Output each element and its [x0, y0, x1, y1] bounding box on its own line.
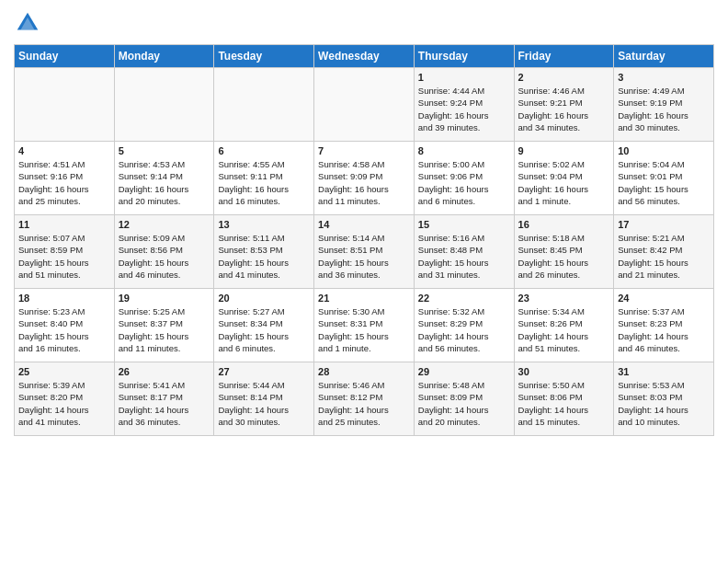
day-info: Sunrise: 5:23 AM Sunset: 8:40 PM Dayligh… [18, 305, 110, 354]
day-cell: 3Sunrise: 4:49 AM Sunset: 9:19 PM Daylig… [614, 68, 714, 142]
day-info: Sunrise: 4:44 AM Sunset: 9:24 PM Dayligh… [418, 85, 510, 133]
day-info: Sunrise: 5:07 AM Sunset: 8:59 PM Dayligh… [18, 232, 110, 281]
logo [14, 9, 45, 37]
day-number: 29 [418, 366, 510, 377]
day-number: 23 [518, 293, 610, 304]
day-cell: 26Sunrise: 5:41 AM Sunset: 8:17 PM Dayli… [114, 362, 214, 436]
day-number: 1 [418, 72, 510, 83]
col-header-saturday: Saturday [614, 45, 714, 68]
col-header-friday: Friday [514, 45, 614, 68]
day-info: Sunrise: 5:41 AM Sunset: 8:17 PM Dayligh… [119, 379, 210, 428]
day-cell: 18Sunrise: 5:23 AM Sunset: 8:40 PM Dayli… [15, 289, 115, 362]
day-cell [114, 68, 214, 142]
day-info: Sunrise: 5:53 AM Sunset: 8:03 PM Dayligh… [618, 379, 710, 428]
col-header-tuesday: Tuesday [214, 45, 314, 68]
day-number: 16 [518, 219, 610, 230]
day-number: 12 [119, 219, 210, 230]
day-cell: 19Sunrise: 5:25 AM Sunset: 8:37 PM Dayli… [114, 289, 214, 362]
day-cell [214, 68, 314, 142]
header [14, 9, 714, 37]
day-number: 4 [18, 145, 110, 156]
day-info: Sunrise: 4:55 AM Sunset: 9:11 PM Dayligh… [218, 158, 310, 207]
logo-icon [14, 9, 41, 37]
day-info: Sunrise: 5:09 AM Sunset: 8:56 PM Dayligh… [119, 232, 210, 281]
day-cell: 13Sunrise: 5:11 AM Sunset: 8:53 PM Dayli… [214, 215, 314, 289]
day-number: 5 [119, 145, 210, 156]
day-info: Sunrise: 5:11 AM Sunset: 8:53 PM Dayligh… [218, 232, 310, 281]
page: SundayMondayTuesdayWednesdayThursdayFrid… [0, 0, 728, 563]
day-info: Sunrise: 5:30 AM Sunset: 8:31 PM Dayligh… [318, 305, 410, 354]
day-cell: 15Sunrise: 5:16 AM Sunset: 8:48 PM Dayli… [414, 215, 514, 289]
day-cell: 27Sunrise: 5:44 AM Sunset: 8:14 PM Dayli… [214, 362, 314, 436]
day-cell: 24Sunrise: 5:37 AM Sunset: 8:23 PM Dayli… [614, 289, 714, 362]
day-number: 15 [418, 219, 510, 230]
col-header-sunday: Sunday [15, 45, 115, 68]
day-info: Sunrise: 4:49 AM Sunset: 9:19 PM Dayligh… [618, 85, 710, 133]
col-header-monday: Monday [114, 45, 214, 68]
day-number: 22 [418, 293, 510, 304]
day-cell: 31Sunrise: 5:53 AM Sunset: 8:03 PM Dayli… [614, 362, 714, 436]
day-cell: 21Sunrise: 5:30 AM Sunset: 8:31 PM Dayli… [314, 289, 415, 362]
day-cell: 10Sunrise: 5:04 AM Sunset: 9:01 PM Dayli… [614, 142, 714, 215]
day-info: Sunrise: 5:02 AM Sunset: 9:04 PM Dayligh… [518, 158, 610, 207]
day-number: 2 [518, 72, 610, 83]
day-info: Sunrise: 5:25 AM Sunset: 8:37 PM Dayligh… [119, 305, 210, 354]
day-number: 11 [18, 219, 110, 230]
week-row-3: 11Sunrise: 5:07 AM Sunset: 8:59 PM Dayli… [15, 215, 714, 289]
day-info: Sunrise: 5:00 AM Sunset: 9:06 PM Dayligh… [418, 158, 510, 207]
col-header-wednesday: Wednesday [314, 45, 415, 68]
day-info: Sunrise: 5:34 AM Sunset: 8:26 PM Dayligh… [518, 305, 610, 354]
day-number: 25 [18, 366, 110, 377]
week-row-2: 4Sunrise: 4:51 AM Sunset: 9:16 PM Daylig… [15, 142, 714, 215]
week-row-1: 1Sunrise: 4:44 AM Sunset: 9:24 PM Daylig… [15, 68, 714, 142]
day-info: Sunrise: 5:27 AM Sunset: 8:34 PM Dayligh… [218, 305, 310, 354]
day-number: 10 [618, 145, 710, 156]
day-info: Sunrise: 4:53 AM Sunset: 9:14 PM Dayligh… [119, 158, 210, 207]
day-number: 21 [318, 293, 410, 304]
day-cell: 4Sunrise: 4:51 AM Sunset: 9:16 PM Daylig… [15, 142, 115, 215]
day-cell: 28Sunrise: 5:46 AM Sunset: 8:12 PM Dayli… [314, 362, 415, 436]
day-info: Sunrise: 5:44 AM Sunset: 8:14 PM Dayligh… [218, 379, 310, 428]
day-number: 13 [218, 219, 310, 230]
day-cell: 5Sunrise: 4:53 AM Sunset: 9:14 PM Daylig… [114, 142, 214, 215]
day-info: Sunrise: 5:18 AM Sunset: 8:45 PM Dayligh… [518, 232, 610, 281]
week-row-5: 25Sunrise: 5:39 AM Sunset: 8:20 PM Dayli… [15, 362, 714, 436]
day-cell: 23Sunrise: 5:34 AM Sunset: 8:26 PM Dayli… [514, 289, 614, 362]
day-cell: 9Sunrise: 5:02 AM Sunset: 9:04 PM Daylig… [514, 142, 614, 215]
day-number: 28 [318, 366, 410, 377]
day-cell: 16Sunrise: 5:18 AM Sunset: 8:45 PM Dayli… [514, 215, 614, 289]
day-info: Sunrise: 5:32 AM Sunset: 8:29 PM Dayligh… [418, 305, 510, 354]
day-number: 18 [18, 293, 110, 304]
day-info: Sunrise: 5:50 AM Sunset: 8:06 PM Dayligh… [518, 379, 610, 428]
day-cell: 25Sunrise: 5:39 AM Sunset: 8:20 PM Dayli… [15, 362, 115, 436]
day-number: 9 [518, 145, 610, 156]
week-row-4: 18Sunrise: 5:23 AM Sunset: 8:40 PM Dayli… [15, 289, 714, 362]
day-number: 27 [218, 366, 310, 377]
day-number: 6 [218, 145, 310, 156]
day-cell: 11Sunrise: 5:07 AM Sunset: 8:59 PM Dayli… [15, 215, 115, 289]
day-info: Sunrise: 5:39 AM Sunset: 8:20 PM Dayligh… [18, 379, 110, 428]
day-cell [314, 68, 415, 142]
day-number: 3 [618, 72, 710, 83]
day-cell: 7Sunrise: 4:58 AM Sunset: 9:09 PM Daylig… [314, 142, 415, 215]
day-number: 17 [618, 219, 710, 230]
day-info: Sunrise: 5:48 AM Sunset: 8:09 PM Dayligh… [418, 379, 510, 428]
day-info: Sunrise: 5:37 AM Sunset: 8:23 PM Dayligh… [618, 305, 710, 354]
day-number: 31 [618, 366, 710, 377]
day-cell [15, 68, 115, 142]
day-cell: 12Sunrise: 5:09 AM Sunset: 8:56 PM Dayli… [114, 215, 214, 289]
day-info: Sunrise: 5:04 AM Sunset: 9:01 PM Dayligh… [618, 158, 710, 207]
day-cell: 30Sunrise: 5:50 AM Sunset: 8:06 PM Dayli… [514, 362, 614, 436]
day-number: 30 [518, 366, 610, 377]
calendar-header-row: SundayMondayTuesdayWednesdayThursdayFrid… [15, 45, 714, 68]
day-cell: 6Sunrise: 4:55 AM Sunset: 9:11 PM Daylig… [214, 142, 314, 215]
day-number: 8 [418, 145, 510, 156]
day-info: Sunrise: 5:21 AM Sunset: 8:42 PM Dayligh… [618, 232, 710, 281]
day-cell: 17Sunrise: 5:21 AM Sunset: 8:42 PM Dayli… [614, 215, 714, 289]
day-cell: 14Sunrise: 5:14 AM Sunset: 8:51 PM Dayli… [314, 215, 415, 289]
col-header-thursday: Thursday [414, 45, 514, 68]
day-number: 26 [119, 366, 210, 377]
day-cell: 22Sunrise: 5:32 AM Sunset: 8:29 PM Dayli… [414, 289, 514, 362]
day-info: Sunrise: 5:16 AM Sunset: 8:48 PM Dayligh… [418, 232, 510, 281]
day-info: Sunrise: 5:14 AM Sunset: 8:51 PM Dayligh… [318, 232, 410, 281]
